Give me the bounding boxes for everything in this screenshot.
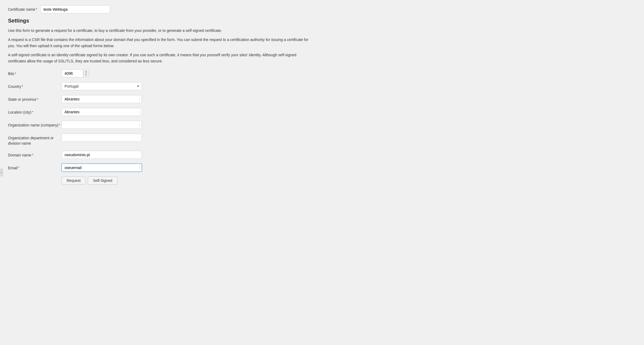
location-input[interactable] [62,108,142,116]
org-name-control: ⎹ [62,121,142,129]
form-section: Bits* ▲ ▼ Country* Portugal United State… [8,69,313,172]
country-label: Country* [8,82,62,89]
domain-input[interactable] [62,151,142,159]
org-dept-control [62,134,142,142]
buttons-row: Request Self-Signed [8,177,313,185]
bits-control: ▲ ▼ [62,69,142,77]
state-input[interactable] [62,95,142,103]
bits-down-button[interactable]: ▼ [83,73,89,77]
state-label: State or province* [8,95,62,102]
cert-name-input[interactable] [40,5,110,13]
description-3: A self-signed certificate is an identity… [8,52,313,64]
settings-heading: Settings [8,18,313,24]
self-signed-button[interactable]: Self-Signed [88,177,117,185]
org-name-row: Organization name (company)* ⎹ [8,121,313,129]
bits-spinner: ▲ ▼ [83,70,89,77]
email-input[interactable] [62,164,142,172]
side-tab[interactable]: ‹ [0,168,3,177]
bits-input[interactable] [62,69,83,77]
country-control: Portugal United States United Kingdom Ge… [62,82,142,90]
org-dept-row: Organization department or division name [8,134,313,146]
org-dept-label: Organization department or division name [8,134,62,146]
country-select[interactable]: Portugal United States United Kingdom Ge… [62,82,142,90]
bits-row: Bits* ▲ ▼ [8,69,313,77]
domain-label: Domain name* [8,151,62,158]
domain-row: Domain name* [8,151,313,159]
description-1: Use this form to generate a request for … [8,28,313,33]
org-name-input[interactable] [62,121,142,129]
org-name-label: Organization name (company)* [8,121,62,128]
country-row: Country* Portugal United States United K… [8,82,313,90]
email-control: ⎹ [62,164,142,172]
location-label: Location (city)* [8,108,62,115]
cert-name-label: Certificate name* [8,7,37,12]
bits-label: Bits* [8,69,62,77]
email-row: Email* ⎹ [8,164,313,172]
location-control: ⎹ [62,108,142,116]
state-control: ⎹ [62,95,142,103]
domain-control [62,151,142,159]
org-dept-input[interactable] [62,134,142,142]
request-button[interactable]: Request [62,177,86,185]
cert-name-required: * [36,7,37,12]
description-2: A request is a CSR file that contains th… [8,37,313,49]
cert-name-row: Certificate name* [8,5,313,13]
page-container: ‹ Certificate name* Settings Use this fo… [0,0,321,195]
bits-up-button[interactable]: ▲ [83,70,89,73]
location-row: Location (city)* ⎹ [8,108,313,116]
state-row: State or province* ⎹ [8,95,313,103]
email-label: Email* [8,164,62,171]
